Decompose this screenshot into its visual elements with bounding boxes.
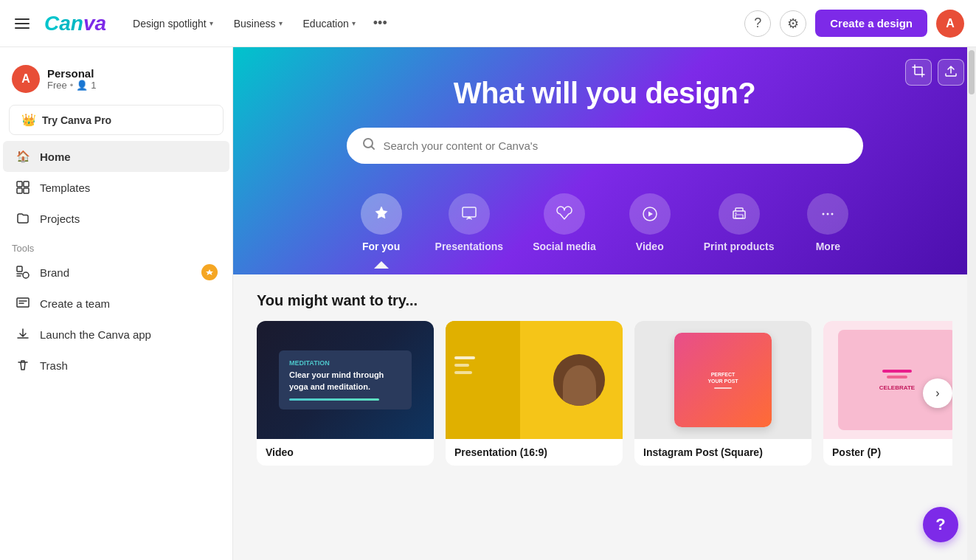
- nav-business[interactable]: Business ▾: [225, 12, 291, 35]
- svg-point-14: [827, 213, 829, 215]
- design-cards-row: MEDITATION Clear your mind through yoga …: [257, 321, 952, 466]
- download-icon: [15, 326, 31, 342]
- page-scrollbar: [967, 47, 976, 560]
- sidebar-item-templates[interactable]: Templates: [3, 172, 229, 203]
- svg-point-12: [735, 212, 736, 214]
- sidebar: A Personal Free • 👤 1 👑 Try Canva Pro: [0, 47, 233, 560]
- scroll-thumb[interactable]: [969, 50, 975, 94]
- upload-icon: [944, 64, 958, 80]
- svg-rect-4: [17, 266, 22, 272]
- try-section-title: You might want to try...: [257, 292, 952, 309]
- design-card-presentation[interactable]: Presentation (16:9): [446, 321, 623, 466]
- design-card-video[interactable]: MEDITATION Clear your mind through yoga …: [257, 321, 434, 466]
- nav-more-button[interactable]: •••: [367, 10, 393, 37]
- card-label: Instagram Post (Square): [634, 439, 811, 466]
- main-content: What will you design?: [233, 47, 976, 560]
- hero-icons: [905, 59, 964, 86]
- projects-icon: [15, 210, 31, 227]
- question-mark-icon: ?: [754, 15, 761, 31]
- help-button[interactable]: ?: [744, 10, 771, 37]
- hero-upload-button[interactable]: [938, 59, 964, 86]
- cards-next-button[interactable]: ›: [923, 378, 952, 408]
- cat-tab-label: Video: [636, 241, 664, 252]
- user-info: Personal Free • 👤 1: [47, 67, 97, 91]
- video-icon: [629, 193, 671, 235]
- cat-tab-presentations[interactable]: Presentations: [426, 187, 513, 274]
- sidebar-item-home[interactable]: 🏠 Home: [3, 141, 229, 172]
- topnav: Canva Design spotlight ▾ Business ▾ Educ…: [0, 0, 976, 47]
- chevron-right-icon: ›: [935, 387, 939, 400]
- cat-tab-label: Print products: [704, 241, 775, 252]
- canva-logo[interactable]: Canva: [44, 12, 106, 35]
- home-icon: 🏠: [15, 148, 31, 165]
- sidebar-item-label: Templates: [40, 182, 90, 194]
- user-section: A Personal Free • 👤 1: [0, 56, 232, 99]
- chevron-down-icon: ▾: [279, 19, 283, 27]
- svg-rect-3: [24, 188, 29, 193]
- svg-point-13: [823, 213, 825, 215]
- user-name: Personal: [47, 67, 97, 80]
- sidebar-item-create-team[interactable]: Create a team: [3, 288, 229, 319]
- svg-rect-8: [463, 207, 476, 217]
- cat-tab-label: For you: [362, 241, 400, 252]
- try-pro-button[interactable]: 👑 Try Canva Pro: [9, 105, 224, 135]
- cat-tab-label: More: [816, 241, 840, 252]
- svg-rect-1: [24, 182, 29, 187]
- app-layout: A Personal Free • 👤 1 👑 Try Canva Pro: [0, 47, 976, 560]
- create-design-button[interactable]: Create a design: [815, 10, 927, 37]
- card-label: Video: [257, 439, 434, 466]
- sidebar-item-label: Projects: [40, 212, 80, 225]
- hero-search-input[interactable]: [384, 139, 848, 152]
- card-label: Presentation (16:9): [446, 439, 623, 466]
- cat-tab-print-products[interactable]: Print products: [695, 187, 783, 274]
- sidebar-item-trash[interactable]: Trash: [3, 350, 229, 381]
- brand-icon: [15, 264, 31, 280]
- sidebar-item-label: Create a team: [40, 297, 110, 310]
- svg-rect-0: [17, 182, 22, 187]
- user-plan: Free • 👤 1: [47, 80, 97, 91]
- create-team-icon: [15, 295, 31, 311]
- cat-tab-video[interactable]: Video: [617, 187, 683, 274]
- try-section: You might want to try... MEDITATION Clea…: [233, 274, 976, 483]
- social-media-icon: [544, 193, 585, 235]
- svg-point-5: [23, 272, 29, 278]
- category-tabs: For you Presentations: [257, 187, 952, 274]
- cat-tab-social-media[interactable]: Social media: [524, 187, 605, 274]
- nav-right-actions: ? ⚙ Create a design A: [744, 10, 964, 38]
- presentations-icon: [449, 193, 490, 235]
- hero-search-bar: [347, 128, 863, 164]
- hero-title: What will you design?: [257, 77, 952, 110]
- cat-tab-for-you[interactable]: For you: [348, 187, 415, 274]
- templates-icon: [15, 179, 31, 196]
- gear-icon: ⚙: [787, 15, 799, 32]
- sidebar-item-label: Launch the Canva app: [40, 328, 151, 341]
- settings-button[interactable]: ⚙: [780, 10, 806, 37]
- svg-point-15: [831, 213, 834, 215]
- nav-education[interactable]: Education ▾: [294, 12, 364, 35]
- crop-icon: [912, 64, 925, 80]
- sidebar-item-label: Home: [40, 151, 71, 163]
- nav-design-spotlight[interactable]: Design spotlight ▾: [124, 12, 222, 35]
- trash-icon: [15, 357, 31, 373]
- for-you-icon: [361, 193, 402, 235]
- design-card-instagram[interactable]: Perfectyour post Instagram Post (Square): [634, 321, 811, 466]
- chevron-down-icon: ▾: [352, 19, 356, 27]
- sidebar-item-label: Trash: [40, 359, 68, 372]
- user-avatar[interactable]: A: [936, 10, 964, 38]
- print-products-icon: [719, 193, 760, 235]
- sidebar-item-launch-app[interactable]: Launch the Canva app: [3, 319, 229, 350]
- chevron-down-icon: ▾: [210, 19, 213, 27]
- cat-tab-more[interactable]: More: [795, 187, 861, 274]
- help-bubble-button[interactable]: ?: [923, 507, 958, 542]
- cat-tab-label: Social media: [533, 241, 596, 252]
- card-label: Poster (P): [823, 439, 952, 466]
- svg-rect-2: [17, 188, 22, 193]
- members-icon: 👤: [76, 80, 88, 91]
- crown-icon: 👑: [21, 113, 36, 127]
- hero-crop-button[interactable]: [905, 59, 932, 86]
- sidebar-item-label: Brand: [40, 266, 69, 279]
- more-icon: [807, 193, 848, 235]
- sidebar-item-brand[interactable]: Brand: [3, 257, 229, 288]
- sidebar-item-projects[interactable]: Projects: [3, 203, 229, 234]
- hamburger-menu[interactable]: [12, 15, 32, 32]
